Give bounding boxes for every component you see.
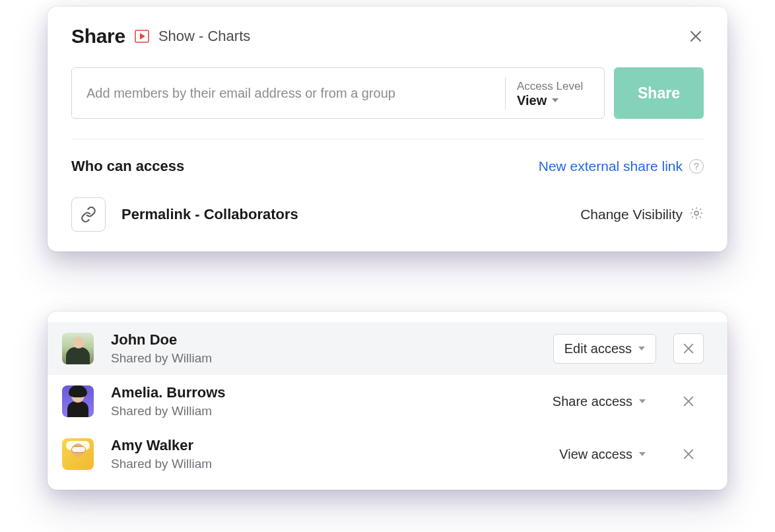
avatar <box>62 438 94 470</box>
member-shared-by: Shared by William <box>111 457 531 471</box>
member-list: John Doe Shared by William Edit access A… <box>48 322 727 481</box>
new-external-share-link[interactable]: New external share link <box>539 158 683 174</box>
member-info: Amelia. Burrows Shared by William <box>111 384 525 418</box>
member-name: Amy Walker <box>111 437 531 454</box>
who-can-access-title: Who can access <box>71 158 184 175</box>
remove-member-button[interactable] <box>673 439 704 469</box>
remove-member-button[interactable] <box>673 386 704 416</box>
chevron-down-icon <box>639 452 646 456</box>
chevron-down-icon <box>552 98 558 102</box>
show-play-icon <box>135 30 149 43</box>
member-shared-by: Shared by William <box>111 351 536 366</box>
member-row: Amelia. Burrows Shared by William Share … <box>48 375 727 428</box>
access-level-value: View <box>517 93 547 108</box>
permalink-row: Permalink - Collaborators Change Visibil… <box>71 197 704 232</box>
permalink-label: Permalink - Collaborators <box>121 206 298 223</box>
member-info: John Doe Shared by William <box>111 331 536 366</box>
help-icon[interactable]: ? <box>689 159 704 174</box>
remove-member-button[interactable] <box>673 333 704 364</box>
member-access-label: Edit access <box>564 341 632 356</box>
avatar <box>62 333 94 364</box>
add-member-row: Access Level View Share <box>71 67 704 119</box>
member-name: John Doe <box>111 331 536 349</box>
member-access-dropdown[interactable]: Share access <box>542 387 656 416</box>
access-level-dropdown[interactable]: Access Level View <box>505 68 604 118</box>
member-row: Amy Walker Shared by William View access <box>48 428 727 481</box>
member-row: John Doe Shared by William Edit access <box>48 322 727 375</box>
document-name: Show - Charts <box>158 28 250 45</box>
chevron-down-icon <box>638 347 645 350</box>
member-access-label: Share access <box>553 394 632 409</box>
member-list-card: John Doe Shared by William Edit access A… <box>48 312 727 490</box>
svg-marker-1 <box>140 33 145 40</box>
access-level-label: Access Level <box>517 80 592 93</box>
member-access-dropdown[interactable]: Edit access <box>553 334 656 364</box>
dialog-header: Share Show - Charts <box>71 25 704 48</box>
member-name: Amelia. Burrows <box>111 384 525 401</box>
divider <box>71 139 704 139</box>
close-icon[interactable] <box>688 28 704 44</box>
gear-icon <box>689 206 704 223</box>
dialog-title: Share <box>71 25 125 48</box>
avatar <box>62 385 94 417</box>
change-visibility-button[interactable]: Change Visibility <box>580 206 704 223</box>
member-shared-by: Shared by William <box>111 404 525 418</box>
member-info: Amy Walker Shared by William <box>111 437 531 471</box>
share-button[interactable]: Share <box>614 67 704 119</box>
member-access-dropdown[interactable]: View access <box>549 440 656 469</box>
svg-point-2 <box>694 211 698 215</box>
add-member-input-group: Access Level View <box>71 67 605 119</box>
who-can-access-row: Who can access New external share link ? <box>71 158 704 175</box>
link-icon[interactable] <box>71 197 106 232</box>
change-visibility-label: Change Visibility <box>580 207 683 222</box>
member-access-label: View access <box>559 447 632 462</box>
chevron-down-icon <box>639 399 646 403</box>
share-dialog: Share Show - Charts Access Level View Sh… <box>48 7 727 251</box>
add-member-input[interactable] <box>72 68 505 118</box>
